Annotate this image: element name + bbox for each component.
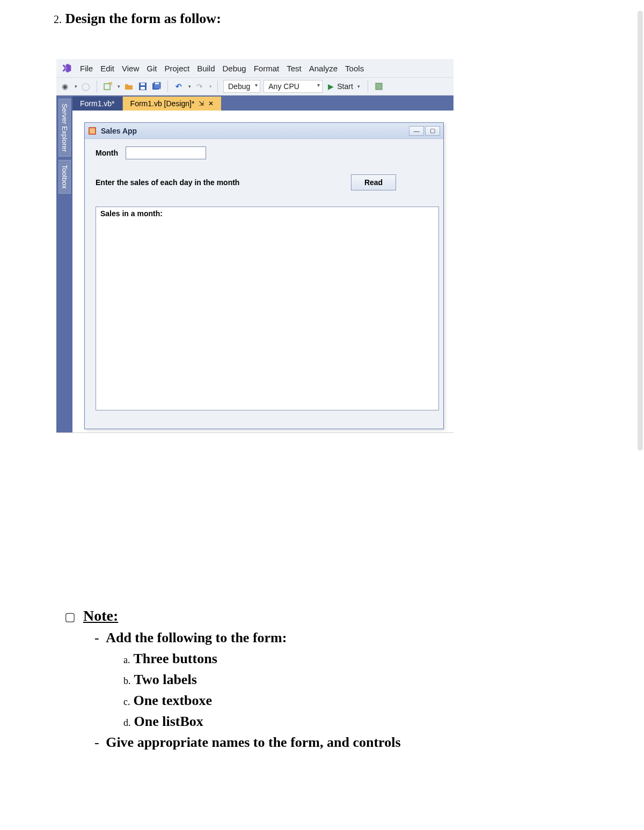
chevron-down-icon[interactable]: ▾ bbox=[357, 84, 360, 89]
menu-test[interactable]: Test bbox=[287, 64, 302, 73]
platform-dropdown[interactable]: Any CPU bbox=[264, 80, 323, 93]
dash-icon: - bbox=[94, 630, 99, 645]
config-dropdown[interactable]: Debug bbox=[223, 80, 260, 93]
note-item-d: One listBox bbox=[134, 711, 203, 732]
read-button[interactable]: Read bbox=[351, 174, 396, 190]
menu-file[interactable]: File bbox=[80, 64, 93, 73]
winform-titlebar: Sales App — ▢ bbox=[85, 123, 443, 139]
menu-tools[interactable]: Tools bbox=[345, 64, 364, 73]
undo-icon[interactable]: ↶ bbox=[173, 81, 184, 92]
server-explorer-tab[interactable]: Server Explorer bbox=[58, 99, 71, 157]
save-icon[interactable] bbox=[137, 81, 148, 92]
menu-analyze[interactable]: Analyze bbox=[309, 64, 338, 73]
tool-icon[interactable] bbox=[374, 81, 384, 92]
separator bbox=[217, 80, 218, 92]
pin-icon[interactable]: ⇲ bbox=[199, 100, 204, 107]
menu-format[interactable]: Format bbox=[254, 64, 280, 73]
chevron-down-icon: ▾ bbox=[209, 84, 212, 89]
tab-form1-design[interactable]: Form1.vb [Design]* ⇲ ✕ bbox=[123, 97, 222, 111]
tab-label: Form1.vb* bbox=[80, 99, 115, 108]
form-designer-surface[interactable]: Sales App — ▢ Month bbox=[72, 111, 453, 432]
question-text: Design the form as follow: bbox=[65, 11, 221, 26]
note-item-b: Two labels bbox=[134, 669, 197, 690]
vs-menubar: File Edit View Git Project Build Debug F… bbox=[56, 59, 453, 78]
svg-rect-9 bbox=[90, 128, 95, 134]
start-label: Start bbox=[337, 82, 353, 91]
open-icon[interactable] bbox=[123, 81, 134, 92]
notes-section: ▢ Note: - Add the following to the form:… bbox=[54, 605, 590, 753]
toolbox-tab[interactable]: Toolbox bbox=[58, 160, 71, 194]
scrollbar-thumb[interactable] bbox=[638, 11, 643, 451]
nav-back-icon[interactable]: ◉ bbox=[60, 81, 70, 92]
listbox-header: Sales in a month: bbox=[100, 209, 163, 218]
nav-forward-icon: ◯ bbox=[80, 81, 91, 92]
minimize-button[interactable]: — bbox=[409, 126, 424, 136]
tab-form1-code[interactable]: Form1.vb* bbox=[72, 97, 123, 111]
list-letter: d. bbox=[123, 716, 131, 730]
bullet-square-icon: ▢ bbox=[64, 608, 76, 626]
month-textbox[interactable] bbox=[126, 146, 206, 159]
sales-prompt-label: Enter the sales of each day in the month bbox=[96, 178, 239, 187]
vs-toolbar: ◉ ▾ ◯ ▾ ↶ ▾ ↷ ▾ Debug Any CPU bbox=[56, 78, 453, 96]
new-project-icon[interactable] bbox=[103, 81, 113, 92]
menu-project[interactable]: Project bbox=[164, 64, 189, 73]
svg-rect-0 bbox=[104, 84, 110, 90]
note-item-a: Three buttons bbox=[134, 648, 217, 669]
menu-debug[interactable]: Debug bbox=[223, 64, 246, 73]
list-letter: c. bbox=[123, 695, 130, 709]
winform-sales-app[interactable]: Sales App — ▢ Month bbox=[84, 122, 444, 429]
play-icon: ▶ bbox=[328, 82, 334, 91]
dash-icon: - bbox=[94, 734, 99, 750]
chevron-down-icon[interactable]: ▾ bbox=[188, 84, 191, 89]
separator bbox=[167, 80, 168, 92]
start-button[interactable]: ▶ Start ▾ bbox=[326, 82, 362, 91]
note-line-1: Add the following to the form: bbox=[106, 630, 287, 645]
svg-rect-3 bbox=[141, 87, 145, 90]
menu-view[interactable]: View bbox=[122, 64, 139, 73]
side-tab-well: Server Explorer Toolbox bbox=[56, 96, 72, 432]
winform-title: Sales App bbox=[101, 127, 137, 135]
separator bbox=[368, 80, 368, 92]
question-number: 2. bbox=[54, 13, 62, 25]
list-letter: a. bbox=[123, 653, 130, 667]
chevron-down-icon[interactable]: ▾ bbox=[75, 84, 77, 89]
menu-build[interactable]: Build bbox=[197, 64, 215, 73]
close-icon[interactable]: ✕ bbox=[208, 100, 214, 107]
redo-icon[interactable]: ↷ bbox=[194, 81, 205, 92]
menu-edit[interactable]: Edit bbox=[100, 64, 114, 73]
month-label: Month bbox=[96, 149, 118, 157]
svg-rect-6 bbox=[155, 83, 159, 84]
note-line-2: Give appropriate names to the form, and … bbox=[106, 734, 400, 750]
svg-rect-2 bbox=[141, 83, 145, 85]
separator bbox=[97, 80, 97, 92]
vs-logo-icon bbox=[61, 62, 72, 74]
note-item-c: One textboxe bbox=[134, 690, 213, 711]
tab-label: Form1.vb [Design]* bbox=[130, 99, 195, 108]
question-prompt: 2. Design the form as follow: bbox=[54, 11, 590, 27]
winform-icon bbox=[88, 127, 97, 135]
vs-screenshot: File Edit View Git Project Build Debug F… bbox=[56, 59, 453, 433]
list-letter: b. bbox=[123, 674, 131, 688]
maximize-button[interactable]: ▢ bbox=[425, 126, 440, 136]
note-heading: Note: bbox=[83, 605, 118, 627]
menu-git[interactable]: Git bbox=[147, 64, 157, 73]
save-all-icon[interactable] bbox=[151, 81, 162, 92]
svg-rect-7 bbox=[376, 83, 382, 90]
sales-listbox[interactable]: Sales in a month: bbox=[96, 207, 439, 410]
document-tabs: Form1.vb* Form1.vb [Design]* ⇲ ✕ bbox=[72, 96, 453, 111]
chevron-down-icon[interactable]: ▾ bbox=[118, 84, 120, 89]
winform-client-area: Month Enter the sales of each day in the… bbox=[85, 139, 443, 429]
